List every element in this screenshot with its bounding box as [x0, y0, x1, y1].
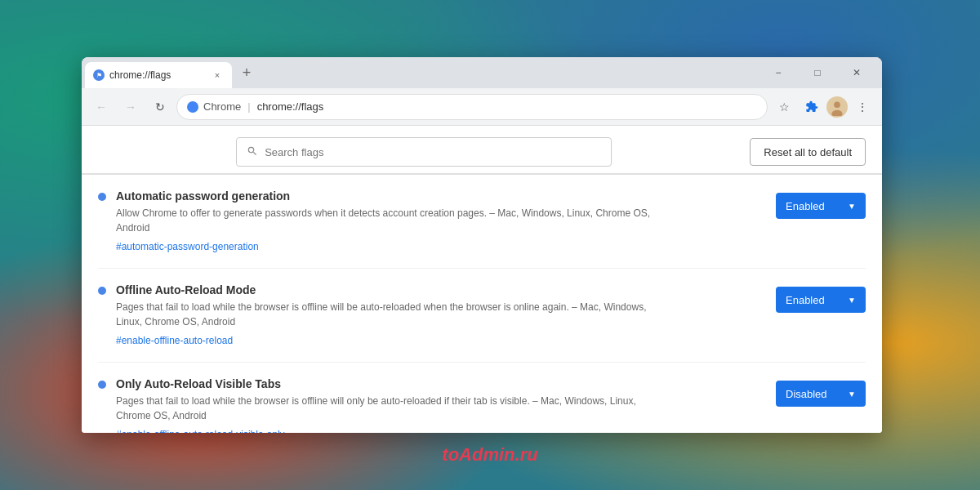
bookmark-star-icon[interactable]: ☆ [771, 94, 797, 120]
site-favicon [187, 101, 198, 113]
search-icon [247, 145, 258, 159]
flag-indicator-dot [98, 193, 106, 201]
title-bar: chrome://flags × + − □ ✕ [82, 57, 882, 88]
menu-icon[interactable]: ⋮ [849, 94, 875, 120]
url-bar[interactable]: Chrome | chrome://flags [176, 94, 768, 120]
flag-item: Automatic password generation Allow Chro… [98, 175, 866, 269]
flag-item: Offline Auto-Reload Mode Pages that fail… [98, 269, 866, 363]
flags-header-row: Reset all to default [82, 126, 882, 173]
flag-status-dropdown[interactable]: Enabled ▼ [776, 287, 866, 313]
flag-status-label: Enabled [786, 200, 825, 212]
url-text: chrome://flags [257, 100, 324, 113]
flag-name: Offline Auto-Reload Mode [116, 283, 766, 296]
search-box[interactable] [236, 137, 612, 167]
flag-link[interactable]: #automatic-password-generation [116, 241, 259, 252]
flag-info: Offline Auto-Reload Mode Pages that fail… [116, 283, 766, 347]
dropdown-arrow-icon: ▼ [848, 296, 856, 305]
svg-point-1 [834, 101, 840, 108]
browser-window: chrome://flags × + − □ ✕ ← → ↻ Chrome | … [82, 57, 882, 433]
flag-control: Enabled ▼ [776, 287, 866, 313]
flags-list: Automatic password generation Allow Chro… [82, 175, 882, 433]
new-tab-button[interactable]: + [235, 61, 258, 84]
tab-close-button[interactable]: × [211, 69, 224, 82]
tabs-area: chrome://flags × + [82, 57, 760, 88]
flag-name: Only Auto-Reload Visible Tabs [116, 377, 766, 390]
flag-status-dropdown[interactable]: Enabled ▼ [776, 193, 866, 219]
window-controls: − □ ✕ [760, 57, 882, 88]
user-avatar[interactable] [826, 96, 848, 118]
flag-status-label: Enabled [786, 294, 825, 306]
url-separator: | [247, 100, 250, 113]
extensions-icon[interactable] [799, 94, 825, 120]
flag-name: Automatic password generation [116, 189, 766, 203]
reset-all-button[interactable]: Reset all to default [750, 138, 866, 166]
flag-status-dropdown[interactable]: Disabled ▼ [776, 381, 866, 407]
search-flags-input[interactable] [265, 146, 601, 158]
address-bar: ← → ↻ Chrome | chrome://flags ☆ ⋮ [82, 88, 882, 126]
flag-info: Only Auto-Reload Visible Tabs Pages that… [116, 377, 766, 433]
page-content: Reset all to default Automatic password … [82, 126, 882, 433]
minimize-button[interactable]: − [760, 57, 797, 88]
address-right-controls: ☆ ⋮ [771, 94, 875, 120]
maximize-button[interactable]: □ [799, 57, 836, 88]
active-tab[interactable]: chrome://flags × [85, 62, 232, 88]
flag-status-label: Disabled [786, 388, 827, 400]
dropdown-arrow-icon: ▼ [848, 202, 856, 211]
dropdown-arrow-icon: ▼ [848, 390, 856, 399]
flag-description: Allow Chrome to offer to generate passwo… [116, 206, 671, 235]
forward-button[interactable]: → [118, 94, 144, 120]
flag-link[interactable]: #enable-offline-auto-reload [116, 335, 233, 346]
flag-description: Pages that fail to load while the browse… [116, 394, 671, 423]
back-button[interactable]: ← [88, 94, 114, 120]
close-button[interactable]: ✕ [838, 57, 875, 88]
flag-indicator-dot [98, 287, 106, 295]
flag-info: Automatic password generation Allow Chro… [116, 189, 766, 253]
flag-control: Enabled ▼ [776, 193, 866, 219]
flag-item: Only Auto-Reload Visible Tabs Pages that… [98, 363, 866, 433]
reload-button[interactable]: ↻ [147, 94, 173, 120]
flag-control: Disabled ▼ [776, 381, 866, 407]
tab-title: chrome://flags [109, 69, 206, 81]
flag-link[interactable]: #enable-offline-auto-reload-visible-only [116, 429, 285, 433]
tab-favicon [93, 69, 105, 81]
flag-indicator-dot [98, 381, 106, 389]
chrome-label: Chrome [203, 100, 241, 113]
flag-description: Pages that fail to load while the browse… [116, 300, 671, 329]
